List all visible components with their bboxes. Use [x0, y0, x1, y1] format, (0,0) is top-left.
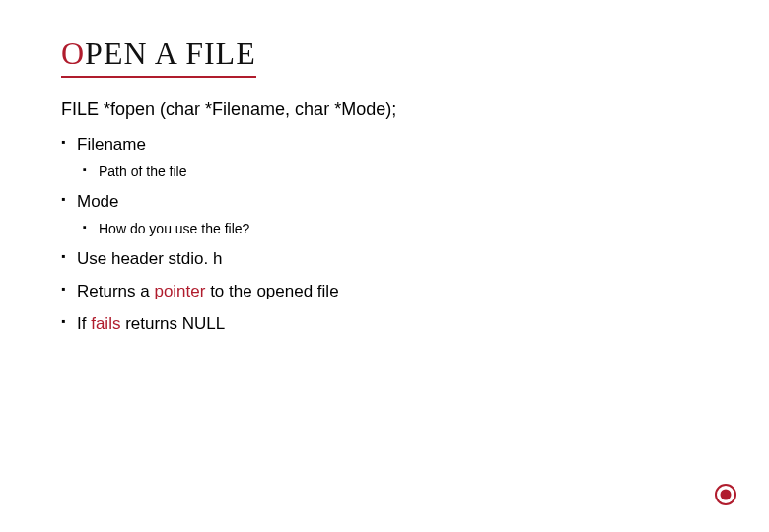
title-wrap: OPEN A FILE [61, 35, 708, 78]
list-item: Returns a pointer to the opened file [61, 281, 708, 303]
title-rest: PEN A FILE [85, 35, 256, 71]
sub-list-item: Path of the file [83, 163, 708, 181]
list-item: Filename Path of the file [61, 134, 708, 181]
sub-list-item: How do you use the file? [83, 220, 708, 238]
item-text: If [77, 314, 91, 333]
list-item: Use header stdio. h [61, 248, 708, 271]
corner-badge-icon [714, 483, 737, 506]
slide-title: OPEN A FILE [61, 35, 256, 78]
item-label: Filename [77, 135, 146, 154]
list-item: Mode How do you use the file? [61, 191, 708, 238]
svg-point-1 [721, 490, 732, 500]
item-text: returns NULL [120, 314, 225, 333]
item-text: Returns a [77, 282, 154, 300]
item-highlight: fails [91, 314, 120, 333]
sub-list: How do you use the file? [77, 220, 708, 238]
list-item: If fails returns NULL [61, 313, 708, 336]
sub-list: Path of the file [77, 163, 708, 181]
item-text: Use header stdio. h [77, 249, 222, 268]
item-highlight: pointer [154, 282, 205, 300]
title-accent-letter: O [61, 35, 85, 71]
item-label: Mode [77, 192, 119, 211]
slide: OPEN A FILE FILE *fopen (char *Filename,… [0, 0, 769, 532]
item-text: to the opened file [205, 282, 338, 300]
function-signature: FILE *fopen (char *Filename, char *Mode)… [61, 100, 708, 120]
bullet-list: Filename Path of the file Mode How do yo… [61, 134, 708, 335]
